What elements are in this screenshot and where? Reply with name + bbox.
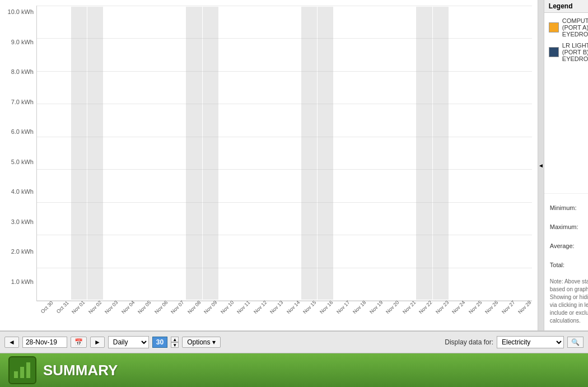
calendar-btn[interactable]: 📅 xyxy=(71,337,87,348)
bar-group[interactable] xyxy=(465,7,481,300)
bar-group[interactable] xyxy=(416,7,432,300)
bar-group[interactable] xyxy=(268,7,284,300)
stat-label-avg: Average: xyxy=(550,243,588,249)
stat-label-total: Total: xyxy=(550,262,588,268)
bar-group[interactable] xyxy=(104,7,119,300)
bar-group[interactable] xyxy=(367,7,382,300)
legend-color-1 xyxy=(549,22,559,32)
svg-rect-2 xyxy=(26,362,30,378)
num-spinner: ▲ ▼ xyxy=(171,337,179,348)
bar-group[interactable] xyxy=(71,7,87,300)
bar-group[interactable] xyxy=(400,7,416,300)
legend-title: Legend xyxy=(549,2,573,10)
x-axis: Oct 30Oct 31Nov 01Nov 02Nov 03Nov 04Nov … xyxy=(36,302,532,330)
y-axis-label: 9.0 kWh xyxy=(11,39,34,45)
bar-group[interactable] xyxy=(170,7,185,300)
num-box: 30 xyxy=(152,337,167,348)
stat-row-min: Minimum: 5.841 kWh xyxy=(550,199,588,216)
side-toggle[interactable]: ◄ xyxy=(538,0,544,330)
options-btn[interactable]: Options ▾ xyxy=(182,337,221,348)
bar-group[interactable] xyxy=(203,7,218,300)
search-btn[interactable]: 🔍 xyxy=(567,337,584,348)
chart-body: Oct 30Oct 31Nov 01Nov 02Nov 03Nov 04Nov … xyxy=(36,6,532,330)
y-axis-label: 8.0 kWh xyxy=(11,68,34,75)
chart-inner: 10.0 kWh9.0 kWh8.0 kWh7.0 kWh6.0 kWh5.0 … xyxy=(6,6,532,330)
num-down-btn[interactable]: ▼ xyxy=(171,342,179,348)
chart-area: 10.0 kWh9.0 kWh8.0 kWh7.0 kWh6.0 kWh5.0 … xyxy=(0,0,588,331)
bar-group[interactable] xyxy=(384,7,399,300)
main-container: 10.0 kWh9.0 kWh8.0 kWh7.0 kWh6.0 kWh5.0 … xyxy=(0,0,588,387)
bar-group[interactable] xyxy=(87,7,103,300)
legend-header: Legend >> xyxy=(544,0,588,13)
bar-group[interactable] xyxy=(351,7,366,300)
stats-note: Note: Above statistics are based on grap… xyxy=(550,278,588,325)
bar-group[interactable] xyxy=(284,7,300,300)
y-axis-label: 3.0 kWh xyxy=(11,218,34,225)
footer-title: Summary xyxy=(43,362,118,379)
next-btn[interactable]: ► xyxy=(90,337,105,348)
bar-group[interactable] xyxy=(120,7,136,300)
stat-row-total: Total: 227.185 kWh xyxy=(550,257,588,273)
bar-group[interactable] xyxy=(515,7,530,300)
bar-group[interactable] xyxy=(498,7,514,300)
bar-group[interactable] xyxy=(186,7,202,300)
stat-row-max: Maximum: 8.742 kWh xyxy=(550,218,588,235)
stat-row-avg: Average: 7.573 kWh xyxy=(550,237,588,254)
bar-group[interactable] xyxy=(449,7,465,300)
bar-group[interactable] xyxy=(334,7,349,300)
bar-group[interactable] xyxy=(153,7,169,300)
y-axis-label: 7.0 kWh xyxy=(11,99,34,105)
bars-wrapper xyxy=(37,6,532,301)
footer: Summary xyxy=(0,353,588,387)
date-input[interactable] xyxy=(22,337,67,348)
legend-text-1: COMPUTER/AV (PORT A) - EYEDRO 0... xyxy=(562,17,588,38)
svg-rect-0 xyxy=(14,371,18,378)
y-axis-label: 5.0 kWh xyxy=(11,158,34,165)
legend-item-1[interactable]: COMPUTER/AV (PORT A) - EYEDRO 0... xyxy=(549,17,588,38)
y-axis-label: 6.0 kWh xyxy=(11,128,34,135)
bar-group[interactable] xyxy=(318,7,333,300)
y-axis-label: 10.0 kWh xyxy=(8,8,34,15)
footer-icon xyxy=(8,356,36,384)
bar-group[interactable] xyxy=(252,7,268,300)
y-axis-label: 1.0 kWh xyxy=(11,278,34,285)
bar-group[interactable] xyxy=(301,7,317,300)
chart-with-axes: 10.0 kWh9.0 kWh8.0 kWh7.0 kWh6.0 kWh5.0 … xyxy=(0,0,538,330)
prev-btn[interactable]: ◄ xyxy=(4,337,19,348)
bar-chart-icon xyxy=(12,360,32,380)
toolbar: ◄ 📅 ► Daily Weekly Monthly 30 ▲ ▼ Option… xyxy=(0,331,588,353)
right-panel: Legend >> COMPUTER/AV (PORT A) - EYEDRO … xyxy=(544,0,588,330)
bars-container xyxy=(36,6,532,301)
svg-rect-1 xyxy=(20,367,24,378)
bar-group[interactable] xyxy=(137,7,152,300)
stats-area: Minimum: 5.841 kWh Maximum: 8.742 kWh Av… xyxy=(544,193,588,330)
y-axis-label: 4.0 kWh xyxy=(11,188,34,195)
display-select[interactable]: Electricity Cost CO2 xyxy=(497,336,564,348)
legend-items: COMPUTER/AV (PORT A) - EYEDRO 0... LR LI… xyxy=(544,13,588,71)
num-up-btn[interactable]: ▲ xyxy=(171,337,179,342)
legend-item-2[interactable]: LR LIGHTS/FANS (PORT B) - EYEDRO... xyxy=(549,42,588,62)
stat-label-min: Minimum: xyxy=(550,204,588,211)
legend-text-2: LR LIGHTS/FANS (PORT B) - EYEDRO... xyxy=(562,42,588,62)
bar-group[interactable] xyxy=(482,7,498,300)
stat-label-max: Maximum: xyxy=(550,223,588,230)
y-axis-label: 2.0 kWh xyxy=(11,248,34,255)
bar-group[interactable] xyxy=(235,7,251,300)
legend-color-2 xyxy=(549,47,559,57)
display-label: Display data for: xyxy=(445,338,493,346)
period-select[interactable]: Daily Weekly Monthly xyxy=(108,336,149,348)
bar-group[interactable] xyxy=(433,7,449,300)
bar-group[interactable] xyxy=(38,7,54,300)
y-axis: 10.0 kWh9.0 kWh8.0 kWh7.0 kWh6.0 kWh5.0 … xyxy=(6,6,36,330)
bar-group[interactable] xyxy=(219,7,235,300)
bar-group[interactable] xyxy=(54,7,70,300)
